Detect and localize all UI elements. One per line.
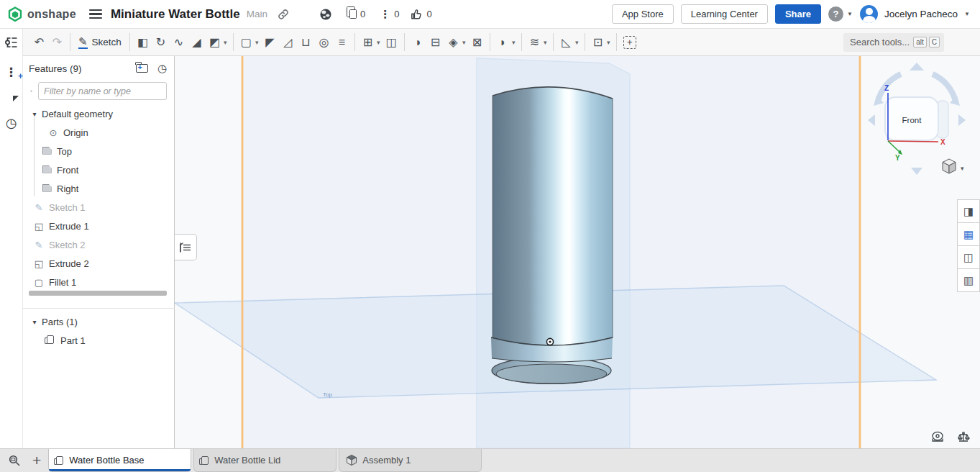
insert-new-tab-button[interactable]: + bbox=[32, 453, 41, 468]
display-options-button[interactable]: ▥ bbox=[957, 268, 980, 292]
learning-center-button[interactable]: Learning Center bbox=[681, 4, 768, 24]
versions-count-icon[interactable]: ⋮ bbox=[380, 8, 390, 21]
surface-dropdown-caret-icon[interactable]: ▾ bbox=[510, 39, 518, 46]
onshape-logo[interactable]: onshape bbox=[7, 6, 76, 22]
new-folder-icon[interactable]: + bbox=[136, 64, 148, 73]
rotate-right-arrow-icon[interactable] bbox=[958, 114, 966, 126]
view-cube[interactable]: Front Z X Y bbox=[868, 63, 966, 175]
custom-feature-button[interactable]: + bbox=[623, 36, 636, 49]
tab-bar: + Water Bottle Base Water Bottle Lid Ass… bbox=[0, 448, 980, 472]
curves-dropdown-caret-icon[interactable]: ▾ bbox=[541, 39, 549, 46]
copy-workspace-icon[interactable] bbox=[349, 9, 357, 19]
copy-count: 0 bbox=[360, 9, 365, 19]
redo-button[interactable]: ↷ bbox=[48, 33, 66, 52]
rotate-left-arrow-icon[interactable] bbox=[868, 114, 875, 126]
sheet-metal-dropdown-caret-icon[interactable]: ▾ bbox=[573, 39, 581, 46]
document-menu-icon[interactable] bbox=[89, 7, 102, 21]
share-link-icon[interactable] bbox=[278, 9, 289, 20]
tree-item-part-1[interactable]: Part 1 bbox=[23, 331, 175, 350]
user-avatar[interactable] bbox=[860, 5, 878, 23]
tree-indent-guide bbox=[34, 117, 35, 196]
split-button[interactable]: ⊟ bbox=[426, 33, 444, 52]
top-plane-label: Top bbox=[323, 391, 332, 398]
collapse-feature-list-button[interactable] bbox=[175, 234, 197, 260]
document-title: Miniature Water Bottle bbox=[111, 7, 240, 22]
features-panel: Features (9) + ◷ ▾ Default geometry ⊙ Or… bbox=[23, 56, 175, 448]
tree-item-right-plane[interactable]: Right bbox=[23, 179, 174, 198]
versions-panel-button[interactable]: ⋮ + bbox=[5, 65, 17, 80]
tree-item-top-plane[interactable]: Top bbox=[23, 142, 174, 160]
water-bottle-part[interactable] bbox=[491, 87, 613, 384]
tree-group-default-geometry[interactable]: ▾ Default geometry bbox=[23, 104, 174, 123]
fillet-icon: ▢ bbox=[33, 277, 45, 288]
view-cube-face-label: Front bbox=[902, 116, 922, 124]
pattern-dropdown-caret-icon[interactable]: ▾ bbox=[375, 39, 383, 46]
shell-button[interactable]: ⊔ bbox=[297, 33, 315, 52]
tab-assembly-1[interactable]: Assembly 1 bbox=[339, 449, 482, 472]
tree-item-extrude-1[interactable]: ◱ Extrude 1 bbox=[23, 217, 174, 235]
extrude-icon: ◱ bbox=[33, 221, 45, 232]
appearance-panel-button[interactable]: ◨ bbox=[957, 199, 980, 223]
sketch-button[interactable]: ✎ Sketch bbox=[74, 35, 126, 49]
tree-item-front-plane[interactable]: Front bbox=[23, 160, 174, 179]
tree-item-sketch-1[interactable]: ✎ Sketch 1 bbox=[23, 198, 174, 217]
mirror-button[interactable]: ◫ bbox=[383, 33, 400, 52]
feature-list-toggle-button[interactable] bbox=[0, 29, 23, 56]
sketch-pencil-icon: ✎ bbox=[78, 35, 88, 49]
boolean-button[interactable]: ◑ bbox=[408, 33, 426, 52]
search-tabs-icon[interactable] bbox=[9, 455, 21, 467]
fillet-dropdown-caret-icon[interactable]: ▾ bbox=[253, 39, 261, 46]
tree-item-fillet-1[interactable]: ▢ Fillet 1 bbox=[23, 273, 174, 291]
mass-properties-icon[interactable] bbox=[958, 432, 969, 441]
rollback-bar[interactable] bbox=[29, 291, 167, 296]
create-version-plus-icon: + bbox=[18, 71, 23, 81]
chamfer-button[interactable]: ◤ bbox=[261, 33, 279, 52]
revolve-button[interactable]: ↻ bbox=[152, 33, 170, 52]
section-view-button[interactable]: ◫ bbox=[957, 245, 980, 269]
public-globe-icon[interactable] bbox=[319, 8, 332, 21]
chevron-down-icon[interactable]: ▾ bbox=[30, 110, 39, 118]
share-button[interactable]: Share bbox=[775, 4, 821, 24]
measure-tool-icon[interactable] bbox=[933, 432, 943, 441]
workspace-branch-label[interactable]: Main bbox=[247, 9, 267, 19]
sweep-button[interactable]: ∿ bbox=[170, 33, 188, 52]
rotate-down-arrow-icon[interactable] bbox=[911, 168, 922, 175]
viewport-side-buttons: ◨ ▦ ◫ ▥ bbox=[957, 200, 980, 292]
help-caret-icon[interactable]: ▼ bbox=[847, 11, 853, 17]
graphics-viewport[interactable]: Top bbox=[175, 56, 980, 448]
named-views-button[interactable]: ▦ bbox=[957, 222, 980, 246]
chevron-down-icon[interactable]: ▾ bbox=[30, 318, 39, 326]
tab-water-bottle-base[interactable]: Water Bottle Base bbox=[48, 449, 191, 472]
extrude-button[interactable]: ◧ bbox=[134, 33, 152, 52]
origin-marker[interactable] bbox=[546, 338, 553, 345]
undo-button[interactable]: ↶ bbox=[30, 33, 48, 52]
app-store-button[interactable]: App Store bbox=[612, 4, 674, 24]
feature-statistics-icon[interactable]: ◷ bbox=[157, 63, 167, 73]
thicken-dropdown-caret-icon[interactable]: ▾ bbox=[221, 39, 229, 46]
view-modes-caret-icon[interactable]: ▾ bbox=[961, 165, 964, 172]
z-axis-label: Z bbox=[884, 84, 889, 92]
delete-part-button[interactable]: ⊠ bbox=[468, 33, 486, 52]
frames-dropdown-caret-icon[interactable]: ▾ bbox=[605, 39, 613, 46]
tree-item-extrude-2[interactable]: ◱ Extrude 2 bbox=[23, 254, 174, 273]
tree-item-origin[interactable]: ⊙ Origin bbox=[23, 123, 174, 142]
feature-filter-input[interactable] bbox=[38, 82, 167, 100]
thread-button[interactable]: ≡ bbox=[333, 33, 351, 52]
rotate-cw-arrow-icon[interactable] bbox=[933, 74, 956, 101]
search-tools-field[interactable]: Search tools... alt C bbox=[843, 33, 944, 52]
tree-item-sketch-2[interactable]: ✎ Sketch 2 bbox=[23, 235, 174, 254]
hole-button[interactable]: ◎ bbox=[315, 33, 333, 52]
view-modes-menu[interactable]: ▾ bbox=[943, 159, 964, 173]
loft-button[interactable]: ◢ bbox=[188, 33, 206, 52]
tree-group-parts[interactable]: ▾ Parts (1) bbox=[23, 312, 175, 331]
transform-dropdown-caret-icon[interactable]: ▾ bbox=[460, 39, 468, 46]
tab-water-bottle-lid[interactable]: Water Bottle Lid bbox=[193, 449, 336, 472]
rotate-up-arrow-icon[interactable] bbox=[910, 63, 924, 71]
history-panel-button[interactable]: ◷ bbox=[6, 117, 17, 129]
draft-button[interactable]: ◿ bbox=[279, 33, 297, 52]
help-button[interactable]: ? bbox=[828, 6, 843, 22]
like-icon[interactable] bbox=[411, 9, 423, 20]
user-menu-caret-icon[interactable]: ▼ bbox=[964, 11, 970, 17]
shortcut-alt-key: alt bbox=[913, 37, 927, 47]
x-axis-label: X bbox=[940, 138, 945, 146]
